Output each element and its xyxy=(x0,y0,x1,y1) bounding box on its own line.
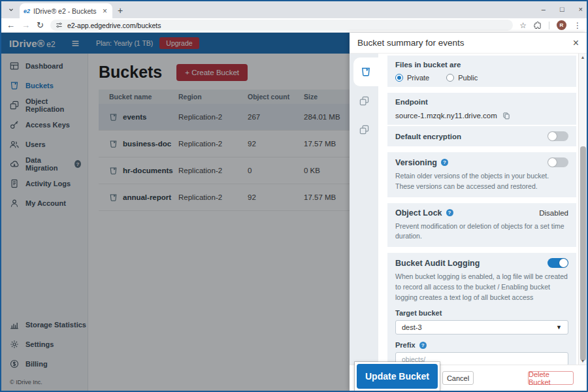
radio-public-control[interactable] xyxy=(446,74,454,82)
forward-icon[interactable]: → xyxy=(22,20,30,30)
audit-logging-label: Bucket Audit Logging xyxy=(395,259,480,268)
update-bucket-callout: Update Bucket xyxy=(355,362,440,391)
update-bucket-button[interactable]: Update Bucket xyxy=(357,364,438,389)
site-settings-icon[interactable] xyxy=(56,22,63,29)
bookmark-star-icon[interactable]: ☆ xyxy=(519,21,527,30)
prefix-label: Prefix xyxy=(395,341,416,349)
tab-replication-rules[interactable] xyxy=(350,115,378,144)
versioning-toggle[interactable] xyxy=(547,157,568,167)
object-lock-help-icon[interactable]: ? xyxy=(446,209,453,216)
panel-tab-rail xyxy=(350,54,378,365)
browser-addressbar: ← → ↻ e2-app.edgedrive.com/buckets ☆ R ⋮ xyxy=(1,18,587,33)
panel-title: Bucket summary for events xyxy=(357,38,465,48)
browser-tabstrip: e2 IDrive® e2 - Buckets × + – □ × xyxy=(1,1,587,18)
panel-footer: Cancel Delete Bucket Update Bucket xyxy=(350,365,587,391)
browser-tab[interactable]: e2 IDrive® e2 - Buckets × xyxy=(20,3,112,18)
section-file-access: Files in bucket are Private Public xyxy=(387,56,576,87)
url-input[interactable]: e2-app.edgedrive.com/buckets xyxy=(50,20,513,31)
window-minimize-button[interactable]: – xyxy=(542,5,546,13)
tab-bucket-settings[interactable] xyxy=(353,57,378,86)
endpoint-label: Endpoint xyxy=(395,98,568,106)
section-audit-logging: Bucket Audit Logging When bucket logging… xyxy=(387,253,576,365)
app-background: IDrive®e2 Plan: Yearly (1 TB) Upgrade Da… xyxy=(1,33,350,391)
browser-menu-icon[interactable]: ⋮ xyxy=(574,21,581,30)
section-endpoint: Endpoint source-1.mzqk.ny11.drive.com xyxy=(387,93,576,125)
target-bucket-label: Target bucket xyxy=(395,309,568,317)
radio-private[interactable]: Private xyxy=(395,74,429,82)
panel-scrollbar[interactable]: ▲ ▼ xyxy=(578,54,587,365)
target-bucket-select[interactable]: dest-3 ▼ xyxy=(395,320,568,335)
url-text: e2-app.edgedrive.com/buckets xyxy=(67,22,161,29)
scroll-down-icon[interactable]: ▼ xyxy=(579,359,587,363)
section-versioning: Versioning ? Retain older versions of th… xyxy=(387,152,576,197)
tab-replication[interactable] xyxy=(350,86,378,115)
files-in-bucket-label: Files in bucket are xyxy=(395,61,568,69)
default-encryption-toggle[interactable] xyxy=(547,131,568,141)
object-lock-label: Object Lock xyxy=(395,208,442,218)
versioning-help-icon[interactable]: ? xyxy=(441,159,448,166)
extensions-icon[interactable] xyxy=(534,22,542,29)
default-encryption-label: Default encryption xyxy=(395,133,461,140)
scroll-up-icon[interactable]: ▲ xyxy=(579,55,587,59)
endpoint-value: source-1.mzqk.ny11.drive.com xyxy=(395,112,497,120)
back-icon[interactable]: ← xyxy=(7,20,15,30)
delete-bucket-button[interactable]: Delete Bucket xyxy=(528,371,574,385)
object-lock-description: Prevent modification or deletion of obje… xyxy=(395,221,568,242)
radio-private-control[interactable] xyxy=(395,74,403,82)
prefix-help-icon[interactable]: ? xyxy=(419,342,427,349)
modal-backdrop xyxy=(1,33,350,391)
cancel-button[interactable]: Cancel xyxy=(442,371,474,385)
scrollbar-thumb[interactable] xyxy=(580,146,586,361)
section-object-lock: Object Lock ? Disabled Prevent modificat… xyxy=(387,203,576,248)
versioning-description: Retain older versions of the objects in … xyxy=(395,171,568,192)
e2-favicon: e2 xyxy=(24,8,30,14)
window-close-button[interactable]: × xyxy=(579,5,583,13)
copy-icon[interactable] xyxy=(502,112,510,120)
tab-title: IDrive® e2 - Buckets xyxy=(33,7,98,15)
object-lock-status: Disabled xyxy=(539,209,568,217)
new-tab-button[interactable]: + xyxy=(118,5,123,16)
window-maximize-button[interactable]: □ xyxy=(560,5,564,13)
versioning-label: Versioning xyxy=(395,158,437,167)
target-bucket-value: dest-3 xyxy=(402,323,422,331)
reload-icon[interactable]: ↻ xyxy=(37,20,44,30)
radio-public[interactable]: Public xyxy=(446,74,478,82)
panel-close-icon[interactable]: × xyxy=(573,37,579,49)
chevron-down-icon: ▼ xyxy=(556,324,562,331)
audit-logging-toggle[interactable] xyxy=(547,258,568,268)
tab-close-icon[interactable]: × xyxy=(101,7,108,16)
panel-content: Files in bucket are Private Public Endpo… xyxy=(378,54,587,365)
audit-logging-description: When bucket logging is enabled, a log fi… xyxy=(395,272,568,302)
section-default-encryption: Default encryption xyxy=(387,126,576,146)
tab-search-chevron-icon[interactable] xyxy=(4,3,18,17)
profile-avatar[interactable]: R xyxy=(557,20,566,30)
browser-window: e2 IDrive® e2 - Buckets × + – □ × ← → ↻ … xyxy=(0,0,588,392)
bucket-summary-panel: Bucket summary for events × xyxy=(350,33,587,391)
toolbar-divider xyxy=(549,22,549,29)
